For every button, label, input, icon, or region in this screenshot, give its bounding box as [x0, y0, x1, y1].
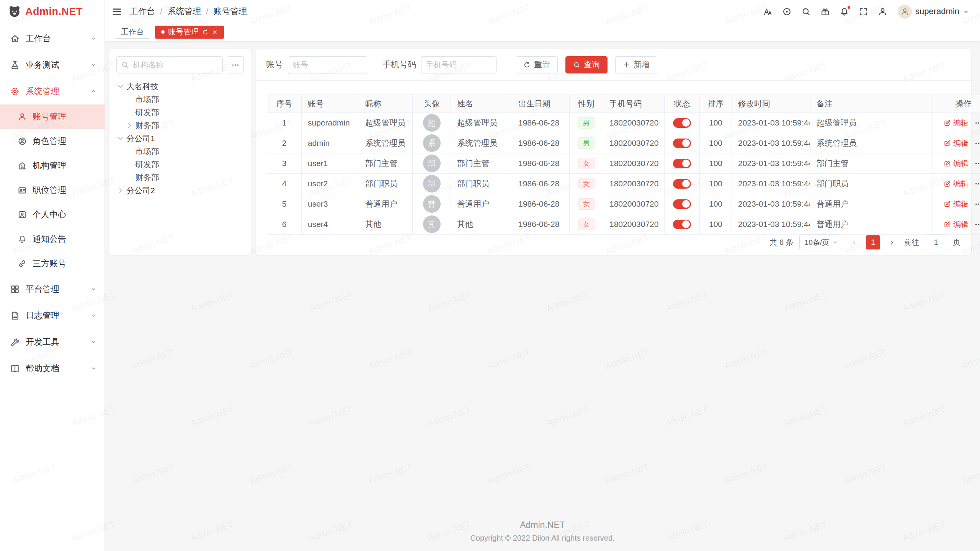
notifications-button[interactable] [840, 7, 849, 16]
user-avatar: 其 [423, 215, 441, 233]
collapse-sidebar-button[interactable] [112, 7, 122, 17]
cell-avatar: 超 [413, 113, 451, 133]
tab-refresh-icon[interactable] [202, 29, 208, 35]
cell-gender: 女 [570, 194, 603, 214]
fullscreen-button[interactable] [859, 7, 868, 16]
tab-active-dot [161, 30, 165, 34]
row-more-button[interactable] [974, 139, 980, 148]
sidebar-subitem-account-mgmt[interactable]: 账号管理 [0, 104, 105, 129]
theme-button[interactable] [820, 7, 830, 16]
cell-account: superadmin [302, 113, 359, 133]
edit-button[interactable]: 编辑 [944, 179, 969, 189]
sidebar-item-workbench[interactable]: 工作台 [0, 25, 105, 52]
edit-button[interactable]: 编辑 [944, 118, 969, 128]
cell-birthdate: 1986-06-28 [512, 174, 570, 194]
tree-node[interactable]: 财务部 [116, 119, 244, 132]
sidebar-item-help-docs[interactable]: 帮助文档 [0, 355, 105, 381]
tree-node[interactable]: 大名科技 [116, 80, 244, 93]
tab-workbench[interactable]: 工作台 [115, 26, 150, 39]
cell-name: 部门主管 [451, 153, 512, 174]
username: superadmin [915, 7, 959, 16]
tree-node-label: 财务部 [135, 172, 159, 183]
cell-modified-time: 2023-01-03 10:59:44 [732, 174, 810, 194]
tree-node[interactable]: 研发部 [116, 158, 244, 171]
table-row: 2admin系统管理员系系统管理员1986-06-28男180200307201… [267, 133, 980, 153]
goto-page-input[interactable] [925, 235, 947, 250]
edit-button-label: 编辑 [953, 118, 969, 128]
tree-node[interactable]: 市场部 [116, 93, 244, 106]
logo[interactable]: Admin.NET [0, 0, 105, 23]
guide-button[interactable] [782, 7, 792, 16]
tree-node[interactable]: 市场部 [116, 145, 244, 158]
footer-copyright: Copyright © 2022 Dilon All rights reserv… [105, 534, 980, 543]
sidebar-subitem-org-mgmt[interactable]: 机构管理 [0, 153, 105, 178]
status-toggle[interactable] [673, 220, 691, 229]
table-body: 1superadmin超级管理员超超级管理员1986-06-28男1802003… [267, 113, 980, 235]
reset-button[interactable]: 重置 [516, 56, 558, 73]
test-icon [10, 60, 20, 70]
tree-node[interactable]: 分公司2 [116, 184, 244, 197]
status-toggle[interactable] [673, 159, 691, 168]
breadcrumb-item[interactable]: 系统管理 [167, 6, 201, 17]
global-search-button[interactable] [801, 7, 811, 16]
cell-modified-time: 2023-01-03 10:59:44 [732, 153, 810, 174]
status-toggle[interactable] [673, 139, 691, 148]
status-toggle[interactable] [673, 179, 691, 189]
cell-status [665, 113, 700, 133]
sidebar-subitem-notice[interactable]: 通知公告 [0, 227, 105, 251]
status-toggle[interactable] [673, 118, 691, 128]
chevron-down-icon [90, 62, 97, 68]
row-more-button[interactable] [974, 179, 980, 188]
sidebar-subitem-personal-center[interactable]: 个人中心 [0, 202, 105, 227]
tab-label: 工作台 [121, 27, 144, 37]
app-root: Admin.NET 工作台业务测试系统管理账号管理角色管理机构管理职位管理个人中… [0, 0, 980, 551]
table-row: 5user3普通用户普普通用户1986-06-28女18020030720100… [267, 194, 980, 214]
row-more-button[interactable] [974, 119, 980, 127]
search-icon [121, 61, 129, 69]
sidebar-item-business-test[interactable]: 业务测试 [0, 52, 105, 78]
page-number-active[interactable]: 1 [866, 235, 880, 249]
next-page-button[interactable] [886, 236, 898, 249]
edit-button[interactable]: 编辑 [944, 158, 969, 169]
profile-shortcut-button[interactable] [878, 7, 887, 16]
query-button[interactable]: 查询 [565, 56, 608, 73]
gender-badge: 女 [578, 218, 595, 230]
reset-button-label: 重置 [534, 59, 550, 70]
font-size-button[interactable] [763, 7, 773, 16]
account-input[interactable] [288, 56, 367, 73]
breadcrumb-item[interactable]: 工作台 [130, 6, 155, 17]
row-more-button[interactable] [974, 200, 980, 209]
page-size-select[interactable]: 10条/页 [799, 235, 842, 250]
sidebar-item-platform-mgmt[interactable]: 平台管理 [0, 276, 105, 302]
cell-status [665, 174, 700, 194]
edit-button[interactable]: 编辑 [944, 199, 969, 209]
sidebar-subitem-role-mgmt[interactable]: 角色管理 [0, 129, 105, 153]
prev-page-button[interactable] [848, 236, 860, 249]
sidebar-item-dev-tools[interactable]: 开发工具 [0, 329, 105, 355]
edit-button[interactable]: 编辑 [944, 219, 969, 230]
chevron-down-icon [90, 312, 97, 319]
sidebar-subitem-third-party-account[interactable]: 三方账号 [0, 251, 105, 276]
cell-remark: 普通用户 [810, 194, 933, 214]
sidebar-subitem-position-mgmt[interactable]: 职位管理 [0, 178, 105, 202]
tree-node[interactable]: 研发部 [116, 106, 244, 119]
phone-input[interactable] [421, 56, 497, 73]
tab-close-icon[interactable] [212, 29, 218, 35]
accounts-table: 序号账号昵称头像姓名出生日期性别手机号码状态排序修改时间备注操作 1supera… [267, 95, 980, 235]
add-button[interactable]: 新增 [615, 56, 657, 73]
row-more-button[interactable] [974, 220, 980, 229]
row-more-button[interactable] [974, 159, 980, 168]
sidebar-item-log-mgmt[interactable]: 日志管理 [0, 302, 105, 329]
edit-button[interactable]: 编辑 [944, 138, 969, 148]
sidebar-item-system-mgmt[interactable]: 系统管理 [0, 78, 105, 104]
cell-modified-time: 2023-01-03 10:59:44 [732, 133, 810, 153]
status-toggle[interactable] [673, 199, 691, 209]
tab-account-mgmt[interactable]: 账号管理 [155, 26, 224, 39]
user-menu[interactable]: superadmin [898, 5, 969, 19]
tree-node[interactable]: 财务部 [116, 171, 244, 184]
column-header: 修改时间 [732, 95, 810, 113]
tree-node[interactable]: 分公司1 [116, 132, 244, 145]
sidebar-subitem-label: 个人中心 [33, 209, 66, 220]
org-more-button[interactable] [227, 56, 244, 73]
org-search-input[interactable] [116, 56, 223, 73]
